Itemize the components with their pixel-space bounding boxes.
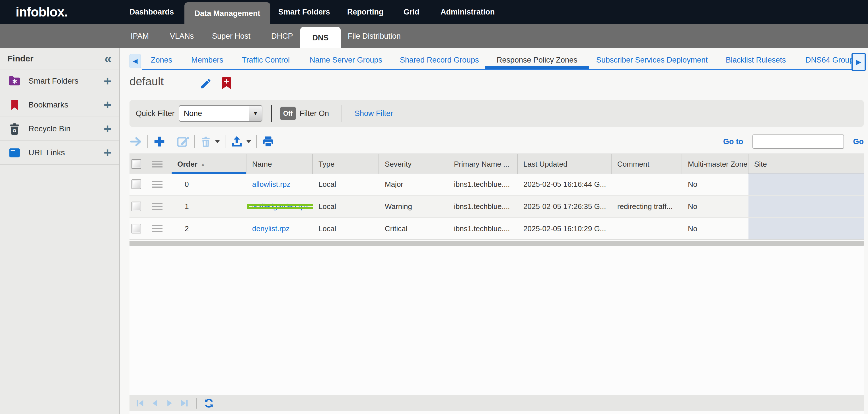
sidebar-item-smart-folders[interactable]: ✱ Smart Folders +: [0, 69, 119, 93]
pagination-bar: [129, 395, 864, 411]
subnav-dns[interactable]: DNS: [300, 27, 341, 48]
sidebar-item-bookmarks[interactable]: Bookmarks +: [0, 93, 119, 117]
column-header-name[interactable]: Name: [246, 154, 313, 174]
table-header-row: Order ▲ Name Type Severity Primary Name …: [129, 153, 864, 173]
column-header-last-updated[interactable]: Last Updated: [518, 154, 612, 174]
tab-members[interactable]: Members: [191, 56, 223, 65]
row-checkbox[interactable]: [131, 224, 141, 234]
table-row[interactable]: 0 allowlist.rpz Local Major ibns1.techbl…: [129, 173, 864, 196]
column-label: Order: [177, 160, 197, 169]
cell-primary-name: ibns1.techblue....: [448, 225, 518, 233]
divider: [147, 135, 148, 148]
add-icon[interactable]: [153, 135, 166, 148]
horizontal-scrollbar[interactable]: [129, 241, 864, 246]
row-checkbox[interactable]: [131, 179, 141, 189]
finder-title: Finder: [7, 54, 104, 63]
add-smart-folder-button[interactable]: +: [103, 73, 111, 89]
row-drag-handle[interactable]: [152, 203, 162, 210]
subnav-vlans[interactable]: VLANs: [170, 24, 194, 48]
print-icon[interactable]: [261, 135, 275, 148]
select-all-checkbox[interactable]: [131, 159, 141, 169]
edit-title-icon[interactable]: [199, 77, 212, 90]
chevron-down-icon[interactable]: ▼: [249, 105, 262, 122]
add-bookmark-button[interactable]: +: [103, 97, 111, 113]
sidebar-item-label: Bookmarks: [28, 100, 68, 109]
zone-link[interactable]: allowlist.rpz: [246, 180, 313, 189]
tab-scroll-right-button[interactable]: ▶: [851, 53, 866, 71]
cell-site: [748, 218, 864, 239]
sidebar-item-label: Recycle Bin: [28, 124, 70, 133]
sidebar-item-label: URL Links: [28, 148, 65, 157]
delete-menu-caret-icon[interactable]: [215, 140, 220, 143]
topnav-reporting[interactable]: Reporting: [347, 0, 384, 24]
column-header-order[interactable]: Order ▲: [172, 154, 246, 174]
column-header-multi-master-zone[interactable]: Multi-master Zone: [682, 154, 748, 174]
tab-zones[interactable]: Zones: [151, 56, 172, 65]
rpz-table-panel: Order ▲ Name Type Severity Primary Name …: [129, 153, 864, 414]
tab-shared-record-groups[interactable]: Shared Record Groups: [400, 56, 479, 65]
sidebar-item-recycle-bin[interactable]: ♻ Recycle Bin +: [0, 117, 119, 141]
cell-order: 1: [172, 202, 246, 211]
topnav-smart-folders[interactable]: Smart Folders: [278, 0, 330, 24]
drag-handle-icon: [152, 161, 162, 168]
show-filter-link[interactable]: Show Filter: [354, 109, 393, 118]
import-menu-caret-icon[interactable]: [246, 140, 251, 143]
next-page-icon[interactable]: [165, 399, 175, 408]
tab-blacklist-rulesets[interactable]: Blacklist Rulesets: [726, 56, 786, 65]
tab-dns64-group[interactable]: DNS64 Group: [805, 56, 854, 65]
column-header-site[interactable]: Site: [748, 154, 864, 174]
svg-text:✱: ✱: [12, 78, 18, 85]
row-drag-handle[interactable]: [152, 225, 162, 232]
goto-input[interactable]: [752, 135, 844, 149]
finder-sidebar: Finder « ✱ Smart Folders + Bookmarks + ♻…: [0, 48, 120, 414]
table-row[interactable]: 1 walledgarden.rpz Local Warning ibns1.t…: [129, 196, 864, 218]
topnav-grid[interactable]: Grid: [404, 0, 420, 24]
subnav-super-host[interactable]: Super Host: [212, 24, 250, 48]
tab-traffic-control[interactable]: Traffic Control: [242, 56, 290, 65]
divider: [171, 135, 171, 148]
sidebar-item-url-links[interactable]: URL Links +: [0, 141, 119, 165]
subnav-dhcp[interactable]: DHCP: [271, 24, 293, 48]
divider: [342, 105, 342, 122]
divider: [196, 398, 197, 409]
row-drag-handle[interactable]: [152, 181, 162, 188]
sidebar-collapse-icon[interactable]: «: [104, 53, 112, 64]
last-page-icon[interactable]: [180, 399, 189, 408]
tab-scroll-left-button[interactable]: ◀: [129, 54, 141, 68]
topnav-administration[interactable]: Administration: [440, 0, 495, 24]
column-header-type[interactable]: Type: [313, 154, 379, 174]
delete-icon[interactable]: [199, 135, 212, 148]
column-header-severity[interactable]: Severity: [379, 154, 448, 174]
import-icon[interactable]: [230, 135, 243, 148]
subnav-file-distribution[interactable]: File Distribution: [348, 24, 401, 48]
topnav-data-management[interactable]: Data Management: [184, 2, 270, 24]
refresh-icon[interactable]: [204, 398, 214, 409]
column-header-comment[interactable]: Comment: [612, 154, 682, 174]
first-page-icon[interactable]: [135, 399, 145, 408]
topnav-dashboards[interactable]: Dashboards: [129, 0, 174, 24]
tab-name-server-groups[interactable]: Name Server Groups: [310, 56, 382, 65]
cell-primary-name: ibns1.techblue....: [448, 180, 518, 189]
tab-subscriber-services-deployment[interactable]: Subscriber Services Deployment: [596, 56, 708, 65]
column-header-primary-name[interactable]: Primary Name ...: [448, 154, 518, 174]
filter-toggle-button[interactable]: Off: [280, 107, 296, 120]
add-recycle-bin-button[interactable]: +: [103, 121, 111, 136]
subnav-ipam[interactable]: IPAM: [131, 24, 149, 48]
zone-link-highlighted[interactable]: walledgarden.rpz: [246, 202, 313, 211]
url-links-icon: [8, 146, 21, 159]
row-checkbox[interactable]: [131, 202, 141, 211]
quick-filter-select[interactable]: None ▼: [179, 105, 262, 122]
tab-response-policy-zones[interactable]: Response Policy Zones: [497, 56, 578, 65]
goto-button[interactable]: Go: [853, 137, 864, 146]
edit-icon[interactable]: [176, 135, 189, 148]
tab-label: Response Policy Zones: [497, 56, 578, 64]
add-bookmark-icon[interactable]: [221, 76, 232, 90]
forward-arrow-icon[interactable]: [129, 135, 143, 148]
table-row[interactable]: 2 denylist.rpz Local Critical ibns1.tech…: [129, 218, 864, 240]
filter-on-label: Filter On: [300, 109, 329, 118]
sidebar-item-label: Smart Folders: [28, 76, 79, 85]
previous-page-icon[interactable]: [150, 399, 160, 408]
zone-link[interactable]: denylist.rpz: [246, 225, 313, 233]
cell-order: 0: [172, 180, 246, 189]
add-url-link-button[interactable]: +: [103, 145, 111, 160]
